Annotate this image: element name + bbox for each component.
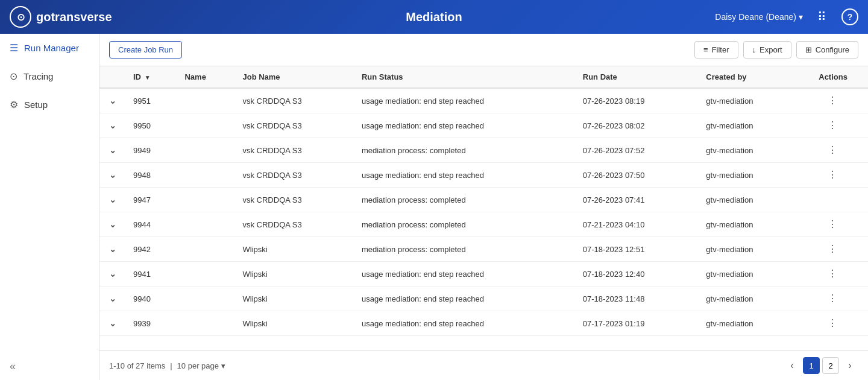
cell-name-4 <box>177 188 235 212</box>
expand-button-8[interactable] <box>107 293 119 305</box>
th-run-status: Run Status <box>354 66 576 88</box>
cell-actions-3: ⋮ <box>798 163 868 188</box>
cell-run-date-2: 07-26-2023 07:52 <box>576 138 699 163</box>
cell-run-date-4: 07-26-2023 07:41 <box>576 188 699 212</box>
cell-expand-5 <box>99 212 126 237</box>
actions-menu-button-5[interactable]: ⋮ <box>828 220 838 229</box>
table-row: 9950 vsk CRDDQA S3 usage mediation: end … <box>99 113 868 138</box>
cell-job-name-3: vsk CRDDQA S3 <box>235 163 354 188</box>
th-expand <box>99 66 126 88</box>
expand-button-4[interactable] <box>107 194 119 206</box>
actions-menu-button-6[interactable]: ⋮ <box>828 244 838 254</box>
cell-run-date-7: 07-18-2023 12:40 <box>576 262 699 287</box>
filter-button[interactable]: ≡ Filter <box>694 41 738 59</box>
export-button[interactable]: ↓ Export <box>743 41 791 59</box>
main-layout: ☰ Run Manager ⊙ Tracing ⚙ Setup « Create… <box>0 34 868 380</box>
expand-button-9[interactable] <box>107 317 119 329</box>
expand-button-6[interactable] <box>107 243 119 255</box>
th-id[interactable]: ID ▼ <box>126 66 177 88</box>
actions-menu-button-1[interactable]: ⋮ <box>828 121 838 130</box>
cell-expand-1 <box>99 113 126 138</box>
create-job-run-button[interactable]: Create Job Run <box>109 41 182 59</box>
sidebar-item-tracing[interactable]: ⊙ Tracing <box>0 62 99 90</box>
export-icon: ↓ <box>752 45 756 54</box>
toolbar-right: ≡ Filter ↓ Export ⊞ Configure <box>694 41 858 59</box>
table-row: 9948 vsk CRDDQA S3 usage mediation: end … <box>99 163 868 188</box>
per-page-selector[interactable]: 10 per page ▾ <box>177 361 225 370</box>
cell-run-status-6: mediation process: completed <box>354 237 576 262</box>
expand-button-1[interactable] <box>107 119 119 131</box>
actions-menu-button-9[interactable]: ⋮ <box>828 318 838 328</box>
configure-icon: ⊞ <box>805 45 812 54</box>
cell-id-9: 9939 <box>126 311 177 336</box>
cell-id-8: 9940 <box>126 287 177 311</box>
expand-button-7[interactable] <box>107 268 119 280</box>
help-button[interactable]: ? <box>841 8 858 25</box>
cell-id-1: 9950 <box>126 113 177 138</box>
cell-created-by-0: gtv-mediation <box>699 88 798 113</box>
cell-created-by-6: gtv-mediation <box>699 237 798 262</box>
cell-id-3: 9948 <box>126 163 177 188</box>
actions-menu-button-8[interactable]: ⋮ <box>828 294 838 303</box>
collapse-icon: « <box>10 360 16 372</box>
th-run-date: Run Date <box>576 66 699 88</box>
cell-created-by-9: gtv-mediation <box>699 311 798 336</box>
cell-id-4: 9947 <box>126 188 177 212</box>
cell-id-7: 9941 <box>126 262 177 287</box>
configure-button[interactable]: ⊞ Configure <box>796 41 858 59</box>
table-footer: 1-10 of 27 items | 10 per page ▾ ‹ 1 2 › <box>99 350 868 380</box>
next-page-button[interactable]: › <box>841 357 858 374</box>
cell-run-status-9: usage mediation: end step reached <box>354 311 576 336</box>
sidebar-collapse-button[interactable]: « <box>0 353 99 380</box>
cell-job-name-8: Wlipski <box>235 287 354 311</box>
cell-run-status-5: mediation process: completed <box>354 212 576 237</box>
page-1-button[interactable]: 1 <box>803 357 820 374</box>
cell-name-7 <box>177 262 235 287</box>
actions-menu-button-2[interactable]: ⋮ <box>828 145 838 155</box>
expand-button-5[interactable] <box>107 218 119 230</box>
tracing-icon: ⊙ <box>10 71 17 82</box>
expand-button-0[interactable] <box>107 95 119 107</box>
page-2-button[interactable]: 2 <box>822 357 839 374</box>
cell-run-date-6: 07-18-2023 12:51 <box>576 237 699 262</box>
cell-expand-8 <box>99 287 126 311</box>
expand-button-2[interactable] <box>107 144 119 156</box>
cell-actions-0: ⋮ <box>798 88 868 113</box>
logo: ⊙ gotransverse <box>10 6 292 28</box>
cell-expand-7 <box>99 262 126 287</box>
cell-actions-9: ⋮ <box>798 311 868 336</box>
pagination: ‹ 1 2 › <box>784 357 858 374</box>
cell-expand-3 <box>99 163 126 188</box>
cell-run-status-8: usage mediation: end step reached <box>354 287 576 311</box>
sidebar-item-setup[interactable]: ⚙ Setup <box>0 90 99 119</box>
run-manager-icon: ☰ <box>10 42 18 54</box>
help-icon: ? <box>848 12 853 22</box>
sidebar-item-label-setup: Setup <box>24 100 48 110</box>
cell-created-by-4: gtv-mediation <box>699 188 798 212</box>
cell-created-by-3: gtv-mediation <box>699 163 798 188</box>
actions-menu-button-7[interactable]: ⋮ <box>828 269 838 279</box>
cell-id-0: 9951 <box>126 88 177 113</box>
actions-menu-button-0[interactable]: ⋮ <box>828 96 838 106</box>
th-job-name: Job Name <box>235 66 354 88</box>
cell-id-6: 9942 <box>126 237 177 262</box>
grid-menu-button[interactable]: ⠿ <box>813 7 832 27</box>
expand-button-3[interactable] <box>107 169 119 181</box>
cell-actions-6: ⋮ <box>798 237 868 262</box>
prev-page-button[interactable]: ‹ <box>784 357 800 374</box>
user-dropdown-icon: ▾ <box>799 12 803 22</box>
user-menu[interactable]: Daisy Deane (Deane) ▾ <box>715 12 803 22</box>
sidebar-item-run-manager[interactable]: ☰ Run Manager <box>0 34 99 62</box>
toolbar-left: Create Job Run <box>109 41 182 59</box>
grid-icon: ⠿ <box>817 10 826 24</box>
data-table: ID ▼ Name Job Name Run Status Run Date C… <box>99 66 868 336</box>
cell-job-name-2: vsk CRDDQA S3 <box>235 138 354 163</box>
cell-name-9 <box>177 311 235 336</box>
cell-id-5: 9944 <box>126 212 177 237</box>
cell-job-name-4: vsk CRDDQA S3 <box>235 188 354 212</box>
sidebar: ☰ Run Manager ⊙ Tracing ⚙ Setup « <box>0 34 99 380</box>
cell-name-1 <box>177 113 235 138</box>
table-row: 9947 vsk CRDDQA S3 mediation process: co… <box>99 188 868 212</box>
actions-menu-button-3[interactable]: ⋮ <box>828 170 838 180</box>
divider: | <box>170 361 172 370</box>
